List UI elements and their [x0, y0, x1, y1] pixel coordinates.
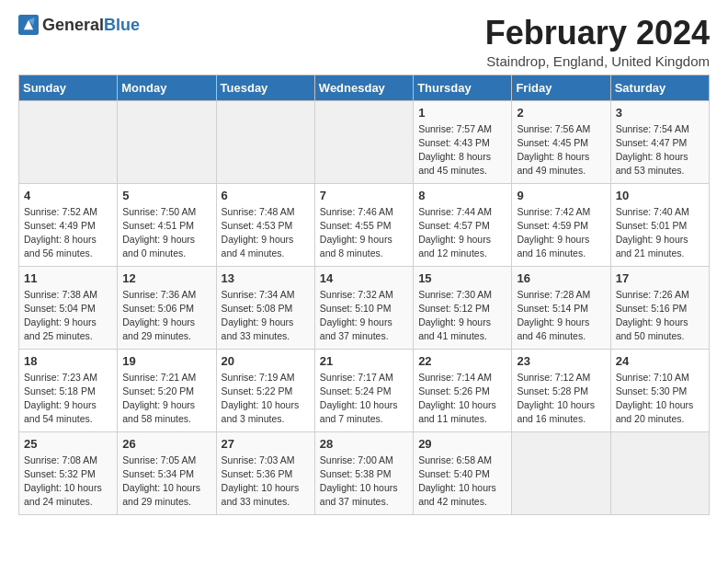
day-cell: 7Sunrise: 7:46 AM Sunset: 4:55 PM Daylig… [314, 183, 413, 266]
week-row-3: 11Sunrise: 7:38 AM Sunset: 5:04 PM Dayli… [19, 266, 710, 349]
day-info: Sunrise: 7:30 AM Sunset: 5:12 PM Dayligh… [418, 288, 506, 344]
col-thursday: Thursday [414, 75, 512, 100]
day-number: 21 [320, 354, 408, 368]
day-info: Sunrise: 7:12 AM Sunset: 5:28 PM Dayligh… [517, 371, 605, 427]
day-number: 29 [418, 437, 506, 451]
day-number: 4 [24, 189, 112, 202]
logo-blue: Blue [104, 16, 140, 34]
col-tuesday: Tuesday [216, 75, 314, 100]
logo-text: GeneralBlue [42, 17, 140, 34]
day-cell: 4Sunrise: 7:52 AM Sunset: 4:49 PM Daylig… [19, 183, 118, 266]
day-cell: 28Sunrise: 7:00 AM Sunset: 5:38 PM Dayli… [314, 431, 413, 514]
title-block: February 2024 Staindrop, England, United… [485, 15, 710, 69]
day-cell [118, 100, 216, 183]
day-info: Sunrise: 7:08 AM Sunset: 5:32 PM Dayligh… [24, 454, 112, 510]
day-cell: 12Sunrise: 7:36 AM Sunset: 5:06 PM Dayli… [118, 266, 216, 349]
day-cell: 10Sunrise: 7:40 AM Sunset: 5:01 PM Dayli… [610, 183, 709, 266]
col-monday: Monday [118, 75, 216, 100]
day-info: Sunrise: 7:21 AM Sunset: 5:20 PM Dayligh… [122, 371, 210, 427]
day-info: Sunrise: 7:40 AM Sunset: 5:01 PM Dayligh… [616, 205, 704, 261]
day-info: Sunrise: 7:32 AM Sunset: 5:10 PM Dayligh… [320, 288, 408, 344]
col-saturday: Saturday [610, 75, 709, 100]
day-info: Sunrise: 7:56 AM Sunset: 4:45 PM Dayligh… [517, 122, 605, 178]
day-info: Sunrise: 6:58 AM Sunset: 5:40 PM Dayligh… [418, 454, 506, 510]
day-info: Sunrise: 7:26 AM Sunset: 5:16 PM Dayligh… [616, 288, 704, 344]
day-number: 17 [616, 271, 704, 285]
day-cell [610, 431, 709, 514]
day-info: Sunrise: 7:10 AM Sunset: 5:30 PM Dayligh… [616, 371, 704, 427]
day-cell: 6Sunrise: 7:48 AM Sunset: 4:53 PM Daylig… [216, 183, 314, 266]
col-wednesday: Wednesday [314, 75, 413, 100]
day-info: Sunrise: 7:00 AM Sunset: 5:38 PM Dayligh… [320, 454, 408, 510]
day-cell: 1Sunrise: 7:57 AM Sunset: 4:43 PM Daylig… [414, 100, 512, 183]
day-info: Sunrise: 7:36 AM Sunset: 5:06 PM Dayligh… [122, 288, 210, 344]
logo: GeneralBlue [18, 15, 140, 35]
col-sunday: Sunday [19, 75, 118, 100]
location-subtitle: Staindrop, England, United Kingdom [485, 53, 710, 69]
month-title: February 2024 [485, 15, 710, 52]
week-row-2: 4Sunrise: 7:52 AM Sunset: 4:49 PM Daylig… [19, 183, 710, 266]
week-row-4: 18Sunrise: 7:23 AM Sunset: 5:18 PM Dayli… [19, 349, 710, 431]
day-cell [512, 431, 610, 514]
day-info: Sunrise: 7:38 AM Sunset: 5:04 PM Dayligh… [24, 288, 112, 344]
day-cell [314, 100, 413, 183]
day-cell: 27Sunrise: 7:03 AM Sunset: 5:36 PM Dayli… [216, 431, 314, 514]
day-cell: 16Sunrise: 7:28 AM Sunset: 5:14 PM Dayli… [512, 266, 610, 349]
day-cell [216, 100, 314, 183]
day-info: Sunrise: 7:34 AM Sunset: 5:08 PM Dayligh… [222, 288, 310, 344]
day-cell: 19Sunrise: 7:21 AM Sunset: 5:20 PM Dayli… [118, 349, 216, 431]
day-number: 28 [320, 437, 408, 451]
day-cell: 18Sunrise: 7:23 AM Sunset: 5:18 PM Dayli… [19, 349, 118, 431]
day-number: 20 [222, 354, 310, 368]
day-number: 12 [122, 271, 210, 285]
day-number: 6 [222, 189, 310, 202]
calendar-page: GeneralBlue February 2024 Staindrop, Eng… [0, 0, 728, 524]
day-number: 1 [418, 106, 506, 120]
day-cell: 20Sunrise: 7:19 AM Sunset: 5:22 PM Dayli… [216, 349, 314, 431]
day-info: Sunrise: 7:42 AM Sunset: 4:59 PM Dayligh… [517, 205, 605, 261]
day-number: 25 [24, 437, 112, 451]
day-number: 13 [222, 271, 310, 285]
day-cell: 13Sunrise: 7:34 AM Sunset: 5:08 PM Dayli… [216, 266, 314, 349]
day-info: Sunrise: 7:48 AM Sunset: 4:53 PM Dayligh… [222, 205, 310, 261]
day-info: Sunrise: 7:54 AM Sunset: 4:47 PM Dayligh… [616, 122, 704, 178]
day-info: Sunrise: 7:57 AM Sunset: 4:43 PM Dayligh… [418, 122, 506, 178]
day-number: 27 [222, 437, 310, 451]
day-number: 2 [517, 106, 605, 120]
day-info: Sunrise: 7:17 AM Sunset: 5:24 PM Dayligh… [320, 371, 408, 427]
day-cell: 23Sunrise: 7:12 AM Sunset: 5:28 PM Dayli… [512, 349, 610, 431]
day-info: Sunrise: 7:19 AM Sunset: 5:22 PM Dayligh… [222, 371, 310, 427]
day-cell: 26Sunrise: 7:05 AM Sunset: 5:34 PM Dayli… [118, 431, 216, 514]
day-number: 26 [122, 437, 210, 451]
day-cell: 17Sunrise: 7:26 AM Sunset: 5:16 PM Dayli… [610, 266, 709, 349]
day-number: 7 [320, 189, 408, 202]
day-cell: 15Sunrise: 7:30 AM Sunset: 5:12 PM Dayli… [414, 266, 512, 349]
day-number: 10 [616, 189, 704, 202]
day-number: 24 [616, 354, 704, 368]
day-cell: 24Sunrise: 7:10 AM Sunset: 5:30 PM Dayli… [610, 349, 709, 431]
day-info: Sunrise: 7:44 AM Sunset: 4:57 PM Dayligh… [418, 205, 506, 261]
day-number: 9 [517, 189, 605, 202]
day-info: Sunrise: 7:50 AM Sunset: 4:51 PM Dayligh… [122, 205, 210, 261]
header: GeneralBlue February 2024 Staindrop, Eng… [18, 15, 710, 69]
day-number: 18 [24, 354, 112, 368]
day-number: 19 [122, 354, 210, 368]
day-info: Sunrise: 7:23 AM Sunset: 5:18 PM Dayligh… [24, 371, 112, 427]
day-info: Sunrise: 7:52 AM Sunset: 4:49 PM Dayligh… [24, 205, 112, 261]
day-cell: 21Sunrise: 7:17 AM Sunset: 5:24 PM Dayli… [314, 349, 413, 431]
day-info: Sunrise: 7:28 AM Sunset: 5:14 PM Dayligh… [517, 288, 605, 344]
week-row-1: 1Sunrise: 7:57 AM Sunset: 4:43 PM Daylig… [19, 100, 710, 183]
day-number: 8 [418, 189, 506, 202]
day-number: 11 [24, 271, 112, 285]
day-cell: 29Sunrise: 6:58 AM Sunset: 5:40 PM Dayli… [414, 431, 512, 514]
header-row: Sunday Monday Tuesday Wednesday Thursday… [19, 75, 710, 100]
day-cell: 22Sunrise: 7:14 AM Sunset: 5:26 PM Dayli… [414, 349, 512, 431]
day-cell: 14Sunrise: 7:32 AM Sunset: 5:10 PM Dayli… [314, 266, 413, 349]
day-cell: 9Sunrise: 7:42 AM Sunset: 4:59 PM Daylig… [512, 183, 610, 266]
generalblue-icon [18, 15, 39, 35]
day-number: 16 [517, 271, 605, 285]
day-cell: 8Sunrise: 7:44 AM Sunset: 4:57 PM Daylig… [414, 183, 512, 266]
day-number: 15 [418, 271, 506, 285]
day-info: Sunrise: 7:46 AM Sunset: 4:55 PM Dayligh… [320, 205, 408, 261]
day-cell: 2Sunrise: 7:56 AM Sunset: 4:45 PM Daylig… [512, 100, 610, 183]
